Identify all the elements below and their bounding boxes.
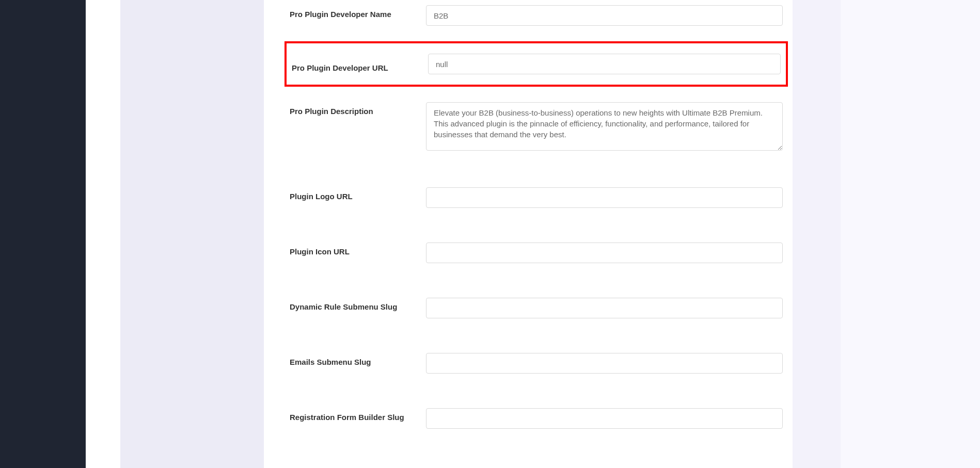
row-logo-url: Plugin Logo URL xyxy=(264,182,793,213)
label-description: Pro Plugin Description xyxy=(264,97,426,116)
input-emails-slug[interactable] xyxy=(426,353,783,374)
settings-form: Pro Plugin Developer Name Pro Plugin Dev… xyxy=(264,0,793,434)
right-gutter xyxy=(793,0,841,468)
label-logo-url: Plugin Logo URL xyxy=(264,182,426,201)
main-content: Pro Plugin Developer Name Pro Plugin Dev… xyxy=(264,0,793,468)
input-developer-url[interactable] xyxy=(428,54,781,74)
secondary-panel xyxy=(120,0,264,468)
primary-sidebar xyxy=(0,0,86,468)
row-dynamic-rule-slug: Dynamic Rule Submenu Slug xyxy=(264,293,793,324)
label-developer-url: Pro Plugin Developer URL xyxy=(287,54,428,72)
far-right-column xyxy=(841,0,980,468)
label-icon-url: Plugin Icon URL xyxy=(264,237,426,256)
row-icon-url: Plugin Icon URL xyxy=(264,237,793,268)
row-description: Pro Plugin Description xyxy=(264,97,793,158)
input-dynamic-rule-slug[interactable] xyxy=(426,298,783,318)
label-emails-slug: Emails Submenu Slug xyxy=(264,348,426,366)
input-logo-url[interactable] xyxy=(426,187,783,208)
label-registration-slug: Registration Form Builder Slug xyxy=(264,403,426,422)
app-layout: Pro Plugin Developer Name Pro Plugin Dev… xyxy=(0,0,980,468)
label-developer-name: Pro Plugin Developer Name xyxy=(264,0,426,19)
input-developer-name[interactable] xyxy=(426,5,783,26)
row-emails-slug: Emails Submenu Slug xyxy=(264,348,793,379)
input-icon-url[interactable] xyxy=(426,243,783,263)
textarea-description[interactable] xyxy=(426,102,783,151)
label-dynamic-rule-slug: Dynamic Rule Submenu Slug xyxy=(264,293,426,311)
row-registration-slug: Registration Form Builder Slug xyxy=(264,403,793,434)
light-sidebar-strip xyxy=(86,0,120,468)
row-developer-url-highlighted: Pro Plugin Developer URL xyxy=(284,41,788,87)
row-developer-name: Pro Plugin Developer Name xyxy=(264,0,793,31)
input-registration-slug[interactable] xyxy=(426,408,783,429)
